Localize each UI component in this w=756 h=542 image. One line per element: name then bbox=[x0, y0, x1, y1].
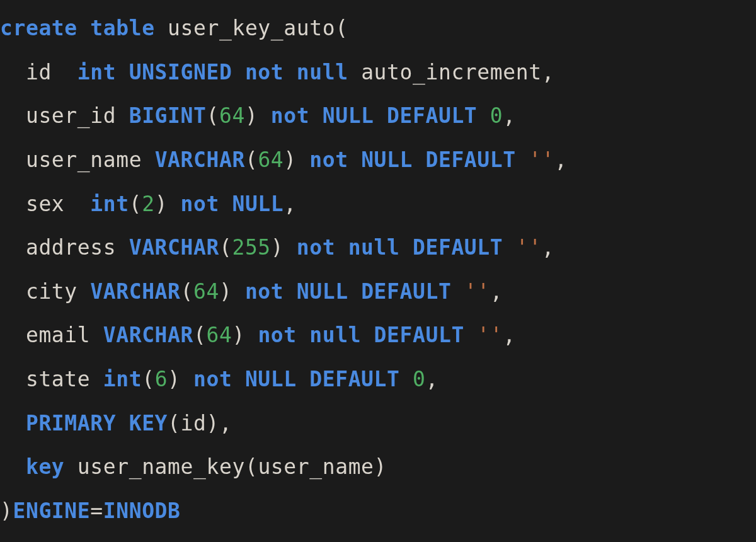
token-pn: ) bbox=[168, 367, 180, 391]
token-id: user_name_key bbox=[77, 454, 245, 479]
token-id: user_name bbox=[26, 147, 142, 172]
token-pn: ( bbox=[193, 323, 206, 347]
sql-code-block: create table user_key_auto( id int UNSIG… bbox=[0, 0, 756, 533]
token-kw: NULL bbox=[245, 367, 297, 391]
token-kw: DEFAULT bbox=[309, 367, 399, 391]
token-num: 64 bbox=[193, 279, 219, 304]
token-id: auto_increment bbox=[361, 60, 542, 84]
token-pn: ) bbox=[207, 411, 219, 435]
token-num: 64 bbox=[219, 103, 245, 128]
token-kw: key bbox=[26, 454, 64, 479]
token-num: 64 bbox=[258, 147, 284, 172]
token-pn: ( bbox=[142, 367, 154, 391]
token-kw: not bbox=[258, 323, 296, 347]
token-num: 6 bbox=[155, 367, 168, 391]
token-str: '' bbox=[464, 279, 490, 304]
token-str: '' bbox=[529, 147, 554, 172]
token-kw: not bbox=[271, 103, 309, 128]
token-pn: ) bbox=[0, 499, 13, 523]
token-id: user_name bbox=[258, 454, 374, 479]
token-pn: ( bbox=[245, 147, 258, 172]
token-kw: not bbox=[245, 279, 284, 304]
token-num: 2 bbox=[142, 192, 154, 216]
token-id: user_key_auto bbox=[168, 16, 335, 40]
token-kw: VARCHAR bbox=[90, 279, 180, 304]
token-kw: null bbox=[297, 60, 348, 84]
token-id: state bbox=[26, 367, 90, 391]
token-id: email bbox=[26, 323, 90, 347]
token-id: city bbox=[26, 279, 77, 304]
token-pn: ) bbox=[284, 147, 296, 172]
token-kw: int bbox=[90, 192, 129, 216]
token-pn: , bbox=[219, 411, 232, 435]
token-kw: PRIMARY bbox=[26, 411, 116, 435]
token-pn: , bbox=[490, 279, 503, 304]
token-pn: ) bbox=[271, 235, 284, 260]
token-pn: ( bbox=[181, 279, 193, 304]
token-kw: DEFAULT bbox=[387, 103, 477, 128]
token-pn: = bbox=[90, 499, 103, 523]
token-kw: VARCHAR bbox=[129, 235, 219, 260]
token-str: '' bbox=[516, 235, 542, 260]
token-id: address bbox=[26, 235, 116, 260]
token-pn: , bbox=[425, 367, 438, 391]
token-id: sex bbox=[26, 192, 64, 216]
token-pn: ( bbox=[207, 103, 219, 128]
token-kw: create bbox=[0, 16, 77, 40]
token-pn: ( bbox=[129, 192, 142, 216]
token-pn: ) bbox=[374, 454, 387, 479]
token-kw: null bbox=[348, 235, 400, 260]
token-pn: ( bbox=[168, 411, 180, 435]
token-kw: null bbox=[309, 323, 361, 347]
token-str: '' bbox=[477, 323, 503, 347]
token-pn: ( bbox=[245, 454, 258, 479]
token-kw: not bbox=[245, 60, 284, 84]
token-num: 0 bbox=[413, 367, 425, 391]
token-kw: KEY bbox=[129, 411, 168, 435]
token-id: id bbox=[26, 60, 52, 84]
token-kw: UNSIGNED bbox=[129, 60, 232, 84]
token-kw: VARCHAR bbox=[155, 147, 245, 172]
token-kw: NULL bbox=[297, 279, 348, 304]
token-pn: , bbox=[554, 147, 567, 172]
token-pn: , bbox=[542, 235, 554, 260]
token-pn: , bbox=[284, 192, 296, 216]
token-kw: ENGINE bbox=[13, 499, 90, 523]
token-num: 0 bbox=[490, 103, 503, 128]
token-id: id bbox=[181, 411, 207, 435]
token-kw: table bbox=[90, 16, 154, 40]
token-kw: NULL bbox=[323, 103, 374, 128]
token-kw: not bbox=[297, 235, 335, 260]
token-pn: ) bbox=[245, 103, 258, 128]
token-kw: int bbox=[103, 367, 142, 391]
token-kw: VARCHAR bbox=[103, 323, 193, 347]
token-kw: not bbox=[193, 367, 232, 391]
token-num: 255 bbox=[232, 235, 270, 260]
token-kw: BIGINT bbox=[129, 103, 207, 128]
token-pn: ( bbox=[335, 16, 348, 40]
token-pn: , bbox=[503, 323, 515, 347]
token-kw: DEFAULT bbox=[413, 235, 503, 260]
token-kw: DEFAULT bbox=[361, 279, 451, 304]
token-kw: NULL bbox=[232, 192, 284, 216]
token-pn: ) bbox=[219, 279, 232, 304]
token-pn: ( bbox=[219, 235, 232, 260]
token-kw: not bbox=[309, 147, 348, 172]
token-kw: DEFAULT bbox=[425, 147, 515, 172]
token-kw: DEFAULT bbox=[374, 323, 464, 347]
token-id: user_id bbox=[26, 103, 116, 128]
token-kw: NULL bbox=[361, 147, 413, 172]
token-pn: , bbox=[542, 60, 554, 84]
token-num: 64 bbox=[207, 323, 232, 347]
token-pn: , bbox=[503, 103, 515, 128]
token-kw: INNODB bbox=[103, 499, 181, 523]
token-kw: int bbox=[77, 60, 116, 84]
token-pn: ) bbox=[232, 323, 244, 347]
token-pn: ) bbox=[155, 192, 168, 216]
token-kw: not bbox=[181, 192, 219, 216]
